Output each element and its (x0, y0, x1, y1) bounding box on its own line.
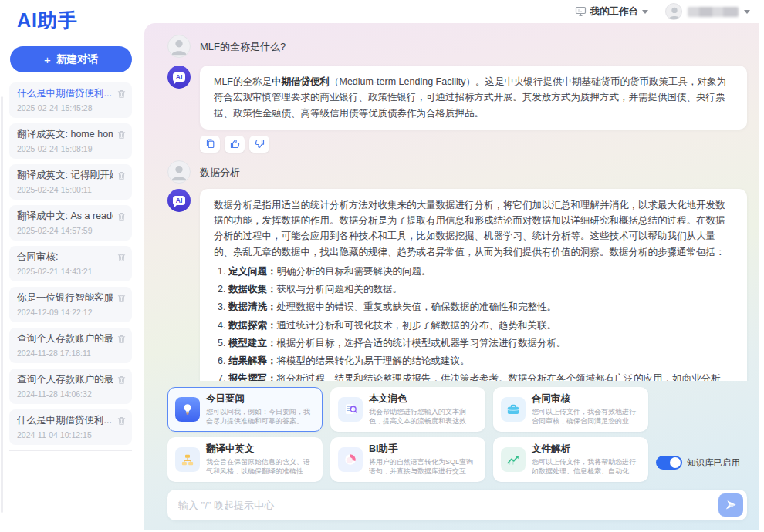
message-input[interactable] (178, 500, 718, 511)
trash-icon[interactable] (117, 375, 127, 386)
divider (9, 450, 132, 451)
conversation-title: 查询个人存款账户的最新... (17, 332, 113, 345)
trash-icon[interactable] (117, 293, 127, 304)
chevron-down-icon (744, 10, 750, 14)
copy-icon (205, 138, 216, 150)
copy-button[interactable] (200, 136, 220, 153)
ai-message: AI MLF的全称是中期借贷便利（Medium-term Lending Fac… (167, 66, 747, 130)
sidebar: AI助手 + 新建对话 什么是中期借贷便利... 2025-02-24 15:4… (0, 0, 144, 532)
trash-icon[interactable] (117, 170, 127, 181)
dislike-button[interactable] (249, 136, 269, 153)
card-title: BI助手 (369, 443, 478, 456)
conversation-item[interactable]: 查询个人存款账户的最新... 2024-11-28 17:18:11 (9, 328, 132, 363)
chat-main-area: MLF的全称是什么? AI MLF的全称是中期借贷便利（Medium-term … (144, 23, 759, 530)
card-desc: 将用户的自然语言转化为SQL查询语句，并直接与数据库进行交互，返回智能推荐的图表… (369, 457, 478, 476)
conversation-time: 2025-02-24 15:08:19 (17, 144, 113, 153)
card-desc: 您可以问我，例如：今日要闻，我会尽力提供准确和可靠的答案。 (206, 407, 315, 426)
card-desc: 您可以上传文件，我将帮助您进行如数据处理、信息检索、自动化办公等。 (532, 457, 641, 476)
conversation-title: 翻译成英文: home home (17, 128, 113, 141)
paper-plane-icon (725, 499, 737, 511)
ai-message-card: MLF的全称是中期借贷便利（Medium-term Lending Facili… (200, 66, 747, 130)
step-item: 数据收集：获取与分析问题相关的数据。 (228, 281, 733, 297)
card-title: 翻译中英文 (206, 443, 315, 456)
card-translate[interactable]: 翻译中英文 我会旨在保留原始信息的含义、语气和风格，以确保翻译的准确性和自然流畅… (167, 437, 323, 482)
conversation-title: 你是一位银行智能客服, ... (17, 291, 113, 305)
user-message: 数据分析 (167, 160, 747, 184)
avatar (665, 3, 682, 20)
like-button[interactable] (225, 136, 245, 153)
trash-icon[interactable] (117, 89, 127, 99)
conversation-time: 2024-12-09 14:22:12 (17, 308, 113, 317)
card-title: 合同审核 (532, 392, 641, 406)
user-message-text: 数据分析 (200, 166, 240, 180)
conversation-title: 查询个人存款账户的最新... (17, 373, 113, 386)
quick-cards-section: 今日要闻 您可以问我，例如：今日要闻，我会尽力提供准确和可靠的答案。 本文润色 … (144, 381, 759, 482)
step-item: 模型建立：根据分析目标，选择合适的统计模型或机器学习算法进行数据分析。 (228, 335, 733, 351)
card-title: 今日要闻 (206, 392, 315, 406)
trend-up-icon (501, 447, 526, 472)
analysis-steps: 定义问题：明确分析的目标和需要解决的问题。 数据收集：获取与分析问题相关的数据。… (214, 264, 733, 381)
card-title: 本文润色 (369, 392, 478, 406)
composer-section (144, 482, 759, 530)
conversation-time: 2025-02-24 15:00:11 (17, 185, 113, 194)
card-title: 文件解析 (532, 443, 641, 456)
ai-avatar: AI (167, 189, 191, 212)
card-file-parse[interactable]: 文件解析 您可以上传文件，我将帮助您进行如数据处理、信息检索、自动化办公等。 (493, 437, 648, 482)
chevron-down-icon (642, 10, 648, 14)
monitor-icon (575, 6, 587, 17)
card-today-news[interactable]: 今日要闻 您可以问我，例如：今日要闻，我会尽力提供准确和可靠的答案。 (167, 387, 323, 432)
step-item: 数据清洗：处理数据中的错误、重复或缺失值，确保数据的准确性和完整性。 (228, 299, 733, 315)
conversation-item[interactable]: 查询个人存款账户的最新... 2024-11-28 14:06:32 (9, 369, 132, 404)
conversation-title: 翻译成中文: As a reader... (17, 210, 113, 223)
conversation-title: 什么是中期借贷便利... (17, 414, 113, 427)
user-avatar (167, 160, 191, 184)
trash-icon[interactable] (117, 130, 127, 140)
knowledge-base-toggle[interactable]: 知识库已启用 (656, 456, 740, 470)
trash-icon[interactable] (117, 211, 127, 222)
user-name-redacted (688, 7, 739, 17)
thumb-up-icon (229, 138, 241, 150)
conversation-item[interactable]: 什么是中期借贷便利... 2025-02-24 15:45:28 (9, 82, 132, 118)
workspace-menu[interactable]: 我的工作台 (575, 5, 649, 19)
conversation-item[interactable]: 翻译成英文: home home 2025-02-24 15:08:19 (9, 123, 132, 159)
conversation-item[interactable]: 你是一位银行智能客服, ... 2024-12-09 14:22:12 (9, 287, 132, 322)
workspace-label: 我的工作台 (590, 5, 639, 19)
quick-cards-grid: 今日要闻 您可以问我，例如：今日要闻，我会尽力提供准确和可靠的答案。 本文润色 … (167, 387, 648, 482)
message-actions (200, 136, 747, 153)
trash-icon[interactable] (117, 416, 127, 426)
conversation-title: 翻译成英文: 记得刚开始... (17, 169, 113, 182)
new-chat-label: 新建对话 (56, 52, 98, 66)
sitemap-icon (175, 447, 200, 472)
conversation-time: 2024-11-28 17:18:11 (17, 348, 113, 358)
conversation-time: 2024-11-04 10:12:15 (17, 430, 113, 439)
briefcase-icon (501, 397, 526, 422)
knowledge-base-label: 知识库已启用 (687, 457, 740, 469)
trash-icon[interactable] (117, 334, 127, 345)
conversation-list: 什么是中期借贷便利... 2025-02-24 15:45:28 翻译成英文: … (0, 82, 144, 445)
card-text-polish[interactable]: 本文润色 我会帮助您进行您输入的文本润色，提高文本的流畅度和表达效果。 (330, 387, 485, 432)
user-message-text: MLF的全称是什么? (200, 40, 286, 54)
user-avatar (167, 35, 191, 58)
user-menu[interactable] (665, 3, 750, 20)
user-message: MLF的全称是什么? (167, 35, 747, 58)
conversation-title: 什么是中期借贷便利... (17, 87, 113, 100)
conversation-item[interactable]: 合同审核: 2025-02-21 14:43:21 (9, 246, 132, 281)
sidebar-scrollbar[interactable] (1, 96, 3, 513)
trash-icon[interactable] (117, 252, 127, 263)
card-bi-assistant[interactable]: BI助手 将用户的自然语言转化为SQL查询语句，并直接与数据库进行交互，返回智能… (330, 437, 485, 482)
thumb-down-icon (254, 138, 265, 150)
card-desc: 我会帮助您进行您输入的文本润色，提高文本的流畅度和表达效果。 (369, 407, 478, 426)
ai-avatar: AI (167, 66, 191, 89)
conversation-item[interactable]: 翻译成中文: As a reader... 2025-02-24 14:57:5… (9, 205, 132, 241)
ai-message-card: 数据分析是指用适当的统计分析方法对收集来的大量数据进行分析，将它们加以汇总和理解… (200, 189, 747, 381)
conversation-item[interactable]: 翻译成英文: 记得刚开始... 2025-02-24 15:00:11 (9, 164, 132, 200)
bulb-icon (175, 397, 200, 422)
top-header: 我的工作台 (144, 0, 764, 23)
step-item: 定义问题：明确分析的目标和需要解决的问题。 (228, 264, 733, 279)
card-contract-review[interactable]: 合同审核 您可以上传文件，我会有效地进行合同审核，确保合同满足您的业务需求。 (493, 387, 648, 432)
conversation-item[interactable]: 什么是中期借贷便利... 2024-11-04 10:12:15 (9, 409, 132, 445)
conversation-time: 2024-11-28 14:06:32 (17, 389, 113, 399)
new-chat-button[interactable]: + 新建对话 (10, 46, 132, 72)
send-button[interactable] (718, 493, 743, 517)
step-item: 结果解释：将模型的结果转化为易于理解的结论或建议。 (228, 353, 733, 369)
